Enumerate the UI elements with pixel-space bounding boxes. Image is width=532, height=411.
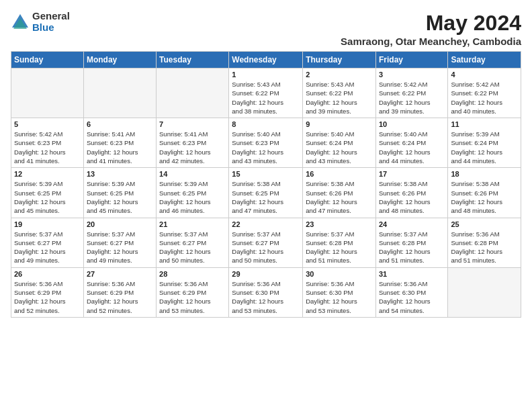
day-number: 13 — [87, 170, 153, 178]
day-detail: Sunrise: 5:36 AM Sunset: 6:30 PM Dayligh… — [306, 279, 373, 315]
day-number: 6 — [87, 120, 153, 128]
day-detail: Sunrise: 5:40 AM Sunset: 6:23 PM Dayligh… — [232, 130, 300, 165]
day-number: 9 — [306, 120, 373, 128]
day-detail: Sunrise: 5:40 AM Sunset: 6:24 PM Dayligh… — [379, 130, 445, 165]
calendar-cell: 6Sunrise: 5:41 AM Sunset: 6:23 PM Daylig… — [83, 118, 156, 168]
calendar-week-5: 26Sunrise: 5:36 AM Sunset: 6:29 PM Dayli… — [11, 267, 521, 317]
calendar-week-3: 12Sunrise: 5:39 AM Sunset: 6:25 PM Dayli… — [11, 168, 521, 218]
day-number: 12 — [14, 170, 81, 178]
month-year-title: May 2024 — [341, 11, 521, 36]
day-detail: Sunrise: 5:39 AM Sunset: 6:25 PM Dayligh… — [159, 179, 226, 215]
header-day-wednesday: Wednesday — [229, 52, 303, 68]
day-detail: Sunrise: 5:37 AM Sunset: 6:27 PM Dayligh… — [87, 230, 153, 265]
day-detail: Sunrise: 5:42 AM Sunset: 6:22 PM Dayligh… — [379, 80, 445, 116]
day-number: 25 — [451, 220, 518, 228]
day-detail: Sunrise: 5:36 AM Sunset: 6:29 PM Dayligh… — [159, 279, 226, 315]
day-detail: Sunrise: 5:41 AM Sunset: 6:23 PM Dayligh… — [87, 130, 153, 165]
title-section: May 2024 Samraong, Otar Meanchey, Cambod… — [341, 11, 521, 47]
logo-icon — [11, 13, 30, 32]
calendar-cell: 26Sunrise: 5:36 AM Sunset: 6:29 PM Dayli… — [11, 267, 84, 317]
logo-text: General Blue — [32, 11, 70, 33]
calendar-cell: 25Sunrise: 5:36 AM Sunset: 6:28 PM Dayli… — [448, 218, 521, 267]
day-number: 26 — [14, 270, 81, 278]
header-row: SundayMondayTuesdayWednesdayThursdayFrid… — [11, 52, 521, 68]
day-number: 14 — [159, 170, 226, 178]
calendar-cell: 23Sunrise: 5:37 AM Sunset: 6:28 PM Dayli… — [303, 218, 376, 267]
calendar-header: SundayMondayTuesdayWednesdayThursdayFrid… — [11, 52, 521, 68]
day-number: 15 — [232, 170, 300, 178]
calendar-week-1: 1Sunrise: 5:43 AM Sunset: 6:22 PM Daylig… — [11, 68, 521, 118]
day-number: 28 — [159, 270, 226, 278]
day-number: 8 — [232, 120, 300, 128]
calendar-cell: 4Sunrise: 5:42 AM Sunset: 6:22 PM Daylig… — [448, 68, 521, 118]
day-detail: Sunrise: 5:37 AM Sunset: 6:27 PM Dayligh… — [159, 230, 226, 265]
header-day-friday: Friday — [375, 52, 447, 68]
logo-general: General — [32, 11, 70, 22]
day-number: 17 — [379, 170, 445, 178]
day-number: 16 — [306, 170, 373, 178]
calendar-cell: 28Sunrise: 5:36 AM Sunset: 6:29 PM Dayli… — [157, 267, 229, 317]
calendar-cell: 15Sunrise: 5:38 AM Sunset: 6:25 PM Dayli… — [229, 168, 303, 218]
calendar-cell: 3Sunrise: 5:42 AM Sunset: 6:22 PM Daylig… — [375, 68, 447, 118]
day-number: 19 — [14, 220, 81, 228]
calendar-cell: 30Sunrise: 5:36 AM Sunset: 6:30 PM Dayli… — [303, 267, 376, 317]
calendar-cell: 22Sunrise: 5:37 AM Sunset: 6:27 PM Dayli… — [229, 218, 303, 267]
calendar-cell: 14Sunrise: 5:39 AM Sunset: 6:25 PM Dayli… — [157, 168, 229, 218]
day-detail: Sunrise: 5:36 AM Sunset: 6:30 PM Dayligh… — [232, 279, 300, 315]
calendar-cell: 18Sunrise: 5:38 AM Sunset: 6:26 PM Dayli… — [448, 168, 521, 218]
day-detail: Sunrise: 5:39 AM Sunset: 6:25 PM Dayligh… — [87, 179, 153, 215]
calendar-cell: 13Sunrise: 5:39 AM Sunset: 6:25 PM Dayli… — [83, 168, 156, 218]
day-detail: Sunrise: 5:36 AM Sunset: 6:29 PM Dayligh… — [87, 279, 153, 315]
day-detail: Sunrise: 5:36 AM Sunset: 6:29 PM Dayligh… — [14, 279, 81, 315]
day-number: 7 — [159, 120, 226, 128]
day-number: 23 — [306, 220, 373, 228]
calendar-cell: 29Sunrise: 5:36 AM Sunset: 6:30 PM Dayli… — [229, 267, 303, 317]
calendar-cell — [448, 267, 521, 317]
calendar-cell: 19Sunrise: 5:37 AM Sunset: 6:27 PM Dayli… — [11, 218, 84, 267]
day-detail: Sunrise: 5:42 AM Sunset: 6:23 PM Dayligh… — [14, 130, 81, 165]
calendar-cell: 7Sunrise: 5:41 AM Sunset: 6:23 PM Daylig… — [157, 118, 229, 168]
calendar-table: SundayMondayTuesdayWednesdayThursdayFrid… — [11, 51, 521, 318]
header-day-monday: Monday — [83, 52, 156, 68]
calendar-cell — [83, 68, 156, 118]
day-detail: Sunrise: 5:38 AM Sunset: 6:26 PM Dayligh… — [306, 179, 373, 215]
calendar-cell: 8Sunrise: 5:40 AM Sunset: 6:23 PM Daylig… — [229, 118, 303, 168]
day-number: 2 — [306, 71, 373, 79]
day-number: 24 — [379, 220, 445, 228]
day-detail: Sunrise: 5:39 AM Sunset: 6:24 PM Dayligh… — [451, 130, 518, 165]
day-number: 18 — [451, 170, 518, 178]
day-detail: Sunrise: 5:37 AM Sunset: 6:28 PM Dayligh… — [306, 230, 373, 265]
day-detail: Sunrise: 5:37 AM Sunset: 6:27 PM Dayligh… — [14, 230, 81, 265]
day-number: 30 — [306, 270, 373, 278]
day-number: 1 — [232, 71, 300, 79]
day-detail: Sunrise: 5:38 AM Sunset: 6:26 PM Dayligh… — [451, 179, 518, 215]
calendar-cell — [157, 68, 229, 118]
day-number: 20 — [87, 220, 153, 228]
calendar-cell: 16Sunrise: 5:38 AM Sunset: 6:26 PM Dayli… — [303, 168, 376, 218]
location-subtitle: Samraong, Otar Meanchey, Cambodia — [341, 36, 521, 47]
calendar-cell: 12Sunrise: 5:39 AM Sunset: 6:25 PM Dayli… — [11, 168, 84, 218]
calendar-cell: 24Sunrise: 5:37 AM Sunset: 6:28 PM Dayli… — [375, 218, 447, 267]
logo: General Blue — [11, 11, 70, 33]
day-number: 29 — [232, 270, 300, 278]
calendar-cell: 20Sunrise: 5:37 AM Sunset: 6:27 PM Dayli… — [83, 218, 156, 267]
day-detail: Sunrise: 5:37 AM Sunset: 6:27 PM Dayligh… — [232, 230, 300, 265]
calendar-cell: 1Sunrise: 5:43 AM Sunset: 6:22 PM Daylig… — [229, 68, 303, 118]
day-detail: Sunrise: 5:43 AM Sunset: 6:22 PM Dayligh… — [306, 80, 373, 116]
day-number: 3 — [379, 71, 445, 79]
calendar-week-4: 19Sunrise: 5:37 AM Sunset: 6:27 PM Dayli… — [11, 218, 521, 267]
day-detail: Sunrise: 5:38 AM Sunset: 6:26 PM Dayligh… — [379, 179, 445, 215]
page-header: General Blue May 2024 Samraong, Otar Mea… — [11, 11, 521, 47]
header-day-thursday: Thursday — [303, 52, 376, 68]
calendar-cell: 9Sunrise: 5:40 AM Sunset: 6:24 PM Daylig… — [303, 118, 376, 168]
calendar-cell: 2Sunrise: 5:43 AM Sunset: 6:22 PM Daylig… — [303, 68, 376, 118]
calendar-week-2: 5Sunrise: 5:42 AM Sunset: 6:23 PM Daylig… — [11, 118, 521, 168]
day-detail: Sunrise: 5:42 AM Sunset: 6:22 PM Dayligh… — [451, 80, 518, 116]
day-detail: Sunrise: 5:37 AM Sunset: 6:28 PM Dayligh… — [379, 230, 445, 265]
day-number: 31 — [379, 270, 445, 278]
day-detail: Sunrise: 5:40 AM Sunset: 6:24 PM Dayligh… — [306, 130, 373, 165]
calendar-cell — [11, 68, 84, 118]
day-detail: Sunrise: 5:36 AM Sunset: 6:30 PM Dayligh… — [379, 279, 445, 315]
calendar-cell: 27Sunrise: 5:36 AM Sunset: 6:29 PM Dayli… — [83, 267, 156, 317]
header-day-saturday: Saturday — [448, 52, 521, 68]
